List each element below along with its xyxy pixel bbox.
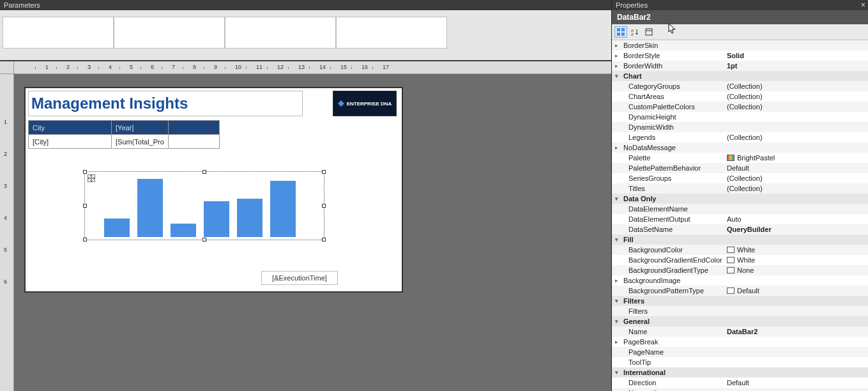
property-value[interactable]: Default bbox=[726, 378, 868, 388]
table-header-empty[interactable] bbox=[168, 121, 219, 135]
property-value[interactable]: None bbox=[726, 265, 868, 275]
expand-icon[interactable]: ▾ bbox=[612, 316, 621, 326]
property-row[interactable]: DynamicHeight bbox=[612, 112, 868, 122]
table-cell-value[interactable]: [Sum(Total_Pro bbox=[112, 135, 169, 149]
resize-handle[interactable] bbox=[83, 204, 87, 208]
property-name: Titles bbox=[621, 183, 726, 194]
parameters-grid[interactable] bbox=[0, 10, 611, 61]
table-header-city[interactable]: City bbox=[29, 121, 112, 135]
property-value[interactable]: Auto bbox=[726, 214, 868, 224]
property-row[interactable]: BackgroundPatternTypeDefault bbox=[612, 286, 868, 296]
report-canvas[interactable]: Management Insights ENTERPRISE DNA City … bbox=[24, 87, 403, 293]
expand-icon[interactable]: ▸ bbox=[612, 50, 621, 61]
property-value[interactable]: White bbox=[726, 245, 868, 255]
property-row[interactable]: ▸NoDataMessage bbox=[612, 142, 868, 153]
resize-handle[interactable] bbox=[202, 238, 206, 241]
property-row[interactable]: ▸BorderStyleSolid bbox=[612, 50, 868, 61]
properties-grid[interactable]: ▸BorderSkin▸BorderStyleSolid▸BorderWidth… bbox=[612, 40, 868, 391]
property-value[interactable]: (Collection) bbox=[726, 132, 868, 142]
property-row[interactable]: DataSetNameQueryBuilder bbox=[612, 224, 868, 234]
alphabetical-view-button[interactable]: AZ bbox=[628, 26, 641, 38]
property-row[interactable]: Legends(Collection) bbox=[612, 132, 868, 142]
property-category[interactable]: ▾International bbox=[612, 367, 868, 378]
parameter-cell[interactable] bbox=[225, 17, 336, 49]
resize-handle[interactable] bbox=[83, 170, 87, 174]
property-value[interactable]: White bbox=[726, 255, 868, 265]
logo-image[interactable]: ENTERPRISE DNA bbox=[333, 91, 397, 116]
expand-icon[interactable]: ▾ bbox=[612, 234, 621, 245]
move-handle-icon[interactable] bbox=[88, 174, 95, 182]
expand-icon[interactable]: ▸ bbox=[612, 275, 621, 286]
property-row[interactable]: Filters bbox=[612, 306, 868, 316]
property-category[interactable]: ▾Fill bbox=[612, 234, 868, 245]
expand-icon[interactable]: ▸ bbox=[612, 61, 621, 71]
property-row[interactable]: PalettePatternBehaviorDefault bbox=[612, 163, 868, 173]
expand-icon[interactable]: ▾ bbox=[612, 194, 621, 204]
resize-handle[interactable] bbox=[83, 238, 87, 241]
expand-icon[interactable]: ▾ bbox=[612, 296, 621, 306]
property-row[interactable]: BackgroundGradientEndColorWhite bbox=[612, 255, 868, 265]
property-row[interactable]: BackgroundColorWhite bbox=[612, 245, 868, 255]
property-pages-button[interactable] bbox=[643, 26, 655, 38]
property-row[interactable]: CategoryGroups(Collection) bbox=[612, 81, 868, 91]
property-value[interactable]: QueryBuilder bbox=[726, 224, 868, 234]
property-row[interactable]: ChartAreas(Collection) bbox=[612, 91, 868, 102]
property-row[interactable]: PaletteBrightPastel bbox=[612, 153, 868, 163]
property-row[interactable]: Titles(Collection) bbox=[612, 183, 868, 194]
property-row[interactable]: ▸BorderSkin bbox=[612, 40, 868, 50]
report-table[interactable]: City [Year] [City] [Sum(Total_Pro bbox=[28, 120, 220, 149]
property-row[interactable]: DataElementName bbox=[612, 204, 868, 214]
report-title-textbox[interactable]: Management Insights bbox=[28, 91, 303, 116]
expand-icon[interactable]: ▾ bbox=[612, 367, 621, 378]
svg-text:Z: Z bbox=[631, 33, 634, 36]
resize-handle[interactable] bbox=[202, 170, 206, 174]
property-row[interactable]: CustomPaletteColors(Collection) bbox=[612, 102, 868, 112]
table-cell-empty[interactable] bbox=[168, 135, 219, 149]
expand-icon[interactable]: ▾ bbox=[612, 71, 621, 81]
property-value[interactable]: Solid bbox=[726, 50, 868, 61]
property-value[interactable]: (Collection) bbox=[726, 91, 868, 102]
property-row[interactable]: PageName bbox=[612, 347, 868, 357]
property-row[interactable]: DynamicWidth bbox=[612, 122, 868, 132]
property-row[interactable]: SeriesGroups(Collection) bbox=[612, 173, 868, 183]
property-category[interactable]: ▾General bbox=[612, 316, 868, 326]
expand-icon[interactable]: ▸ bbox=[612, 142, 621, 153]
property-value[interactable]: (Collection) bbox=[726, 183, 868, 194]
table-header-year[interactable]: [Year] bbox=[112, 121, 169, 135]
property-category[interactable]: ▾Chart bbox=[612, 71, 868, 81]
parameter-cell[interactable] bbox=[114, 17, 225, 49]
property-value[interactable]: DataBar2 bbox=[726, 326, 868, 337]
property-row[interactable]: DataElementOutputAuto bbox=[612, 214, 868, 224]
categorized-view-button[interactable] bbox=[614, 26, 627, 38]
property-row[interactable]: ToolTip bbox=[612, 357, 868, 367]
property-row[interactable]: ▸BackgroundImage bbox=[612, 275, 868, 286]
property-row[interactable]: ▸BorderWidth1pt bbox=[612, 61, 868, 71]
table-cell-city[interactable]: [City] bbox=[29, 135, 112, 149]
property-value[interactable]: BrightPastel bbox=[726, 153, 868, 163]
property-row[interactable]: NumeralLanguage bbox=[612, 388, 868, 391]
parameter-cell[interactable] bbox=[3, 17, 114, 49]
expand-icon[interactable]: ▸ bbox=[612, 337, 621, 347]
design-surface[interactable]: Management Insights ENTERPRISE DNA City … bbox=[14, 74, 611, 391]
databar-chart-selected[interactable] bbox=[84, 171, 324, 240]
property-category[interactable]: ▾Filters bbox=[612, 296, 868, 306]
property-row[interactable]: DirectionDefault bbox=[612, 378, 868, 388]
property-value[interactable]: Default bbox=[726, 286, 868, 296]
selected-object-name[interactable]: DataBar2 bbox=[612, 10, 868, 24]
close-icon[interactable]: × bbox=[861, 1, 865, 10]
property-row[interactable]: BackgroundGradientTypeNone bbox=[612, 265, 868, 275]
property-value[interactable]: (Collection) bbox=[726, 102, 868, 112]
property-value[interactable]: 1pt bbox=[726, 61, 868, 71]
resize-handle[interactable] bbox=[322, 170, 326, 174]
property-row[interactable]: ▸PageBreak bbox=[612, 337, 868, 347]
expand-icon[interactable]: ▸ bbox=[612, 40, 621, 50]
execution-time-textbox[interactable]: [&ExecutionTime] bbox=[261, 271, 338, 285]
resize-handle[interactable] bbox=[322, 238, 326, 241]
property-value[interactable]: Default bbox=[726, 163, 868, 173]
resize-handle[interactable] bbox=[322, 204, 326, 208]
property-category[interactable]: ▾Data Only bbox=[612, 194, 868, 204]
parameter-cell[interactable] bbox=[336, 17, 447, 49]
property-value[interactable]: (Collection) bbox=[726, 173, 868, 183]
property-value[interactable]: (Collection) bbox=[726, 81, 868, 91]
property-row[interactable]: NameDataBar2 bbox=[612, 326, 868, 337]
